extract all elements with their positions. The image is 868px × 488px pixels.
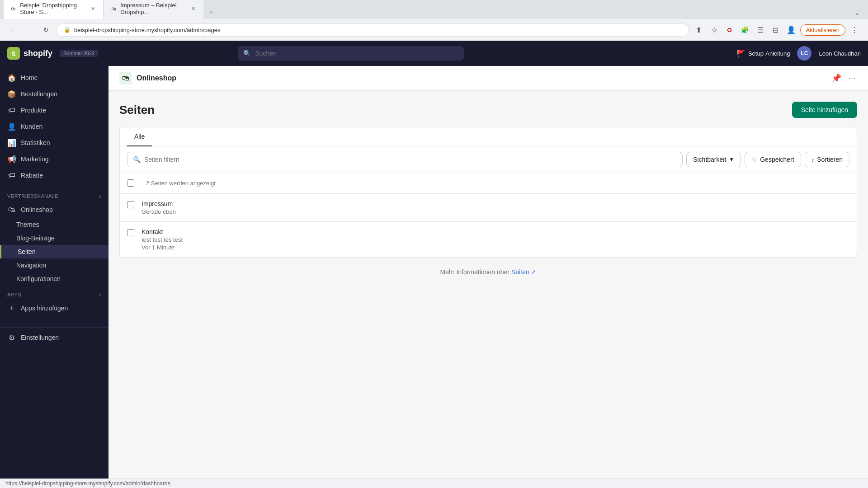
sidebar-label-statistics: Statistiken xyxy=(21,139,50,146)
tab-overflow-button[interactable]: ⌄ xyxy=(850,6,864,19)
sidebar-toggle-icon[interactable]: ⊟ xyxy=(769,23,782,36)
table-row-kontakt[interactable]: Kontakt test test tes test Vor 1 Minute xyxy=(120,222,857,257)
pages-card: Alle 🔍 Sichtbarkeit ▼ ☆ xyxy=(119,127,857,258)
apps-section: Apps › xyxy=(0,286,108,300)
browser-tab-1[interactable]: 🛍 Beispiel Dropshipping Store · S... ✕ xyxy=(4,0,103,19)
sidebar-sub-item-themes[interactable]: Themes xyxy=(0,218,108,231)
address-text: beispiel-dropshipping-store.myshopify.co… xyxy=(74,27,681,33)
sidebar-sub-item-pages[interactable]: Seiten xyxy=(0,245,108,258)
sidebar-item-add-apps[interactable]: + Apps hinzufügen xyxy=(0,300,108,316)
sort-icon: ↕ xyxy=(811,156,815,163)
section-more-icon[interactable]: ··· xyxy=(847,72,857,85)
card-tabs: Alle xyxy=(120,127,857,146)
profile-icon[interactable]: 👤 xyxy=(785,23,797,36)
tab-close-1[interactable]: ✕ xyxy=(90,5,96,12)
extension-icon[interactable]: 🧩 xyxy=(739,23,751,36)
app-container: S shopify Sommer 2022 🔍 🚩 Setup-Anleitun… xyxy=(0,41,868,488)
address-bar[interactable]: 🔒 beispiel-dropshipping-store.myshopify.… xyxy=(56,23,689,37)
search-input[interactable] xyxy=(238,46,464,61)
bookmark-icon[interactable]: ☆ xyxy=(708,23,721,36)
update-button[interactable]: Aktualisieren xyxy=(800,24,845,36)
sidebar-sub-item-navigation[interactable]: Navigation xyxy=(0,258,108,272)
sidebar-item-orders[interactable]: 📦 Bestellungen xyxy=(0,86,108,102)
add-page-button[interactable]: Seite hinzufügen xyxy=(792,102,857,118)
sales-channels-expand-icon[interactable]: › xyxy=(99,192,101,200)
saved-label: Gespeichert xyxy=(760,156,794,163)
sidebar-item-discounts[interactable]: 🏷 Rabatte xyxy=(0,167,108,183)
browser-tab-2[interactable]: 🛍 Impressum – Beispiel Dropship... ✕ xyxy=(104,0,203,19)
menu-icon[interactable]: ☰ xyxy=(754,23,767,36)
shopify-logo[interactable]: S shopify xyxy=(7,47,52,60)
saved-button[interactable]: ☆ Gespeichert xyxy=(745,152,801,167)
sidebar-item-home[interactable]: 🏠 Home xyxy=(0,70,108,86)
footer-text: Mehr Informationen über xyxy=(440,268,509,276)
statistics-icon: 📊 xyxy=(7,138,16,147)
sales-channels-label: Vertriebskanäle xyxy=(7,193,58,199)
sidebar-sub-label-config: Konfigurationen xyxy=(16,275,61,282)
home-icon: 🏠 xyxy=(7,73,16,82)
pin-icon[interactable]: 📌 xyxy=(830,71,843,85)
settings-item[interactable]: ⚙ Einstellungen xyxy=(7,333,101,342)
reload-button[interactable]: ↻ xyxy=(40,23,52,36)
row-content-impressum: Impressum Gerade eben xyxy=(142,200,849,215)
page-content: Seiten Seite hinzufügen Alle 🔍 xyxy=(108,91,868,297)
checkbox-kontakt[interactable] xyxy=(127,229,134,236)
settings-icon: ⚙ xyxy=(7,333,16,342)
tab-close-2[interactable]: ✕ xyxy=(191,5,196,12)
sidebar-label-products: Produkte xyxy=(21,107,46,114)
apps-expand-icon[interactable]: › xyxy=(99,291,101,298)
sidebar-sub-label-themes: Themes xyxy=(16,221,39,228)
forward-button[interactable]: → xyxy=(24,23,36,36)
sidebar-item-products[interactable]: 🏷 Produkte xyxy=(0,102,108,118)
table-row-impressum[interactable]: Impressum Gerade eben xyxy=(120,194,857,222)
sidebar-item-onlineshop[interactable]: 🛍 Onlineshop xyxy=(0,202,108,218)
status-url: https://beispiel-dropshipping-store.mysh… xyxy=(5,480,170,487)
apps-label: Apps xyxy=(7,292,21,297)
visibility-label: Sichtbarkeit xyxy=(693,156,726,163)
header-search: 🔍 xyxy=(238,46,464,61)
sidebar-sub-item-config[interactable]: Konfigurationen xyxy=(0,272,108,286)
avatar[interactable]: LC xyxy=(797,46,811,61)
store-icon: 🛍 xyxy=(119,72,132,84)
visibility-button[interactable]: Sichtbarkeit ▼ xyxy=(686,152,741,167)
page-footer: Mehr Informationen über Seiten ↗ xyxy=(119,258,857,286)
add-apps-icon: + xyxy=(7,304,16,313)
sidebar-item-customers[interactable]: 👤 Kunden xyxy=(0,118,108,135)
header-actions: 📌 ··· xyxy=(830,71,857,85)
share-icon[interactable]: ⬆ xyxy=(693,23,705,36)
select-all-checkbox[interactable] xyxy=(127,179,134,187)
card-toolbar: 🔍 Sichtbarkeit ▼ ☆ Gespeichert ↕ xyxy=(120,146,857,173)
filter-input[interactable] xyxy=(144,156,677,163)
tab-favicon-2: 🛍 xyxy=(111,5,117,12)
tab-all[interactable]: Alle xyxy=(127,127,152,146)
count-row: 2 Seiten werden angezeigt xyxy=(120,173,857,194)
user-name: Leon Chaudhari xyxy=(819,50,861,57)
filter-input-wrap[interactable]: 🔍 xyxy=(127,152,683,167)
sidebar-sub-item-blog[interactable]: Blog-Beiträge xyxy=(0,231,108,245)
header-search-wrap: 🔍 xyxy=(238,46,464,61)
row-title-impressum: Impressum xyxy=(142,200,849,207)
section-header: 🛍 Onlineshop 📌 ··· xyxy=(108,66,868,91)
sidebar-label-orders: Bestellungen xyxy=(21,90,57,98)
discounts-icon: 🏷 xyxy=(7,171,16,180)
lock-icon: 🔒 xyxy=(64,27,71,33)
season-badge: Sommer 2022 xyxy=(60,50,98,57)
flag-icon: 🚩 xyxy=(736,49,745,58)
browser-toolbar: ← → ↻ 🔒 beispiel-dropshipping-store.mysh… xyxy=(0,19,868,41)
checkbox-impressum[interactable] xyxy=(127,201,134,208)
footer-link[interactable]: Seiten ↗ xyxy=(511,268,537,276)
customers-icon: 👤 xyxy=(7,122,16,131)
back-button[interactable]: ← xyxy=(7,23,20,36)
setup-guide[interactable]: 🚩 Setup-Anleitung xyxy=(736,49,790,58)
page-title: Seiten xyxy=(119,103,155,117)
settings-section: ⚙ Einstellungen xyxy=(0,327,108,347)
browser-more-icon[interactable]: ⋮ xyxy=(848,23,861,36)
sort-button[interactable]: ↕ Sortieren xyxy=(805,152,849,167)
sidebar-item-statistics[interactable]: 📊 Statistiken xyxy=(0,135,108,151)
opera-icon[interactable]: O xyxy=(723,23,736,36)
sidebar-label-onlineshop: Onlineshop xyxy=(21,206,53,213)
new-tab-button[interactable]: + xyxy=(204,5,217,19)
row-check-impressum xyxy=(127,201,136,210)
tab-favicon-1: 🛍 xyxy=(11,5,16,12)
sidebar-item-marketing[interactable]: 📢 Marketing xyxy=(0,151,108,167)
